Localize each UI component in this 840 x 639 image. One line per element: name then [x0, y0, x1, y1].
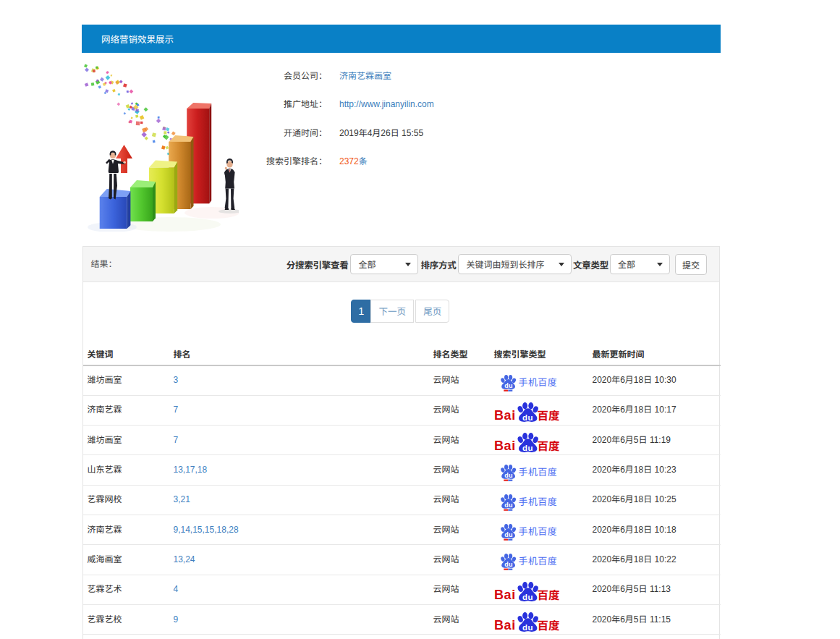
svg-text:du: du: [522, 622, 533, 631]
svg-text:du: du: [504, 531, 513, 538]
svg-text:Bai: Bai: [494, 439, 516, 452]
svg-text:du: du: [522, 593, 533, 601]
svg-text:Bai: Bai: [494, 588, 516, 601]
svg-text:du: du: [504, 382, 513, 389]
svg-text:du: du: [522, 443, 533, 452]
svg-text:百度: 百度: [537, 437, 560, 452]
svg-text:百度: 百度: [537, 586, 560, 601]
svg-text:Bai: Bai: [494, 618, 516, 632]
svg-text:du: du: [522, 413, 533, 422]
svg-text:Bai: Bai: [494, 409, 516, 423]
svg-text:百度: 百度: [537, 407, 560, 423]
svg-text:du: du: [504, 561, 513, 568]
svg-text:du: du: [504, 502, 513, 509]
svg-text:du: du: [504, 471, 513, 478]
svg-text:百度: 百度: [537, 617, 560, 632]
